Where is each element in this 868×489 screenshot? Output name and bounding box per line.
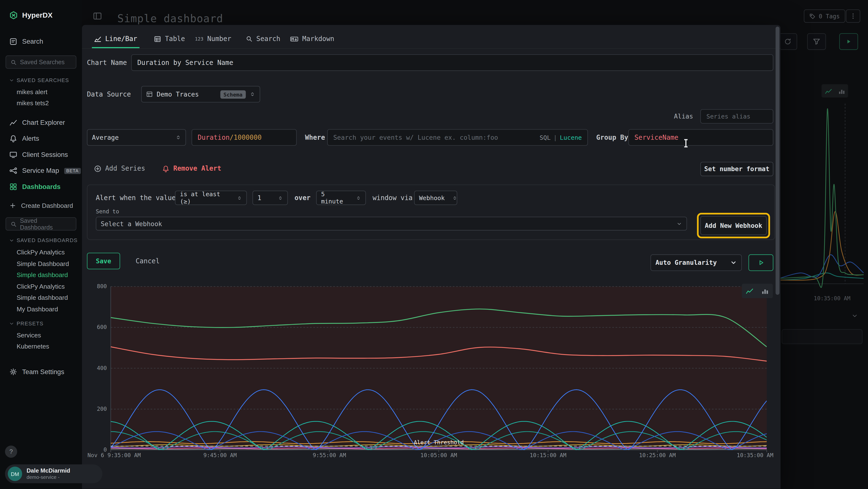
alias-input[interactable]: Series alias xyxy=(700,109,773,123)
sidebar-item-search[interactable]: Search xyxy=(0,34,82,49)
group-by-token: ServiceName xyxy=(634,134,678,141)
add-series-button[interactable]: Add Series xyxy=(94,165,145,172)
brand-logo[interactable]: HyperDX xyxy=(9,11,53,19)
saved-dashboard-item[interactable]: Simple dashboard xyxy=(17,294,68,301)
sql-toggle[interactable]: SQL xyxy=(539,134,551,141)
sidebar-item-alerts[interactable]: Alerts xyxy=(0,131,82,146)
sidebar-item-dashboards[interactable]: Dashboards xyxy=(0,179,82,194)
send-to-label: Send to xyxy=(96,208,119,214)
saved-searches-header[interactable]: SAVED SEARCHES xyxy=(9,77,69,83)
bell-icon xyxy=(9,135,17,142)
cancel-button[interactable]: Cancel xyxy=(136,257,160,265)
saved-dashboard-item[interactable]: My Dashboard xyxy=(17,306,58,313)
data-source-label: Data Source xyxy=(87,90,131,98)
alert-channel-select[interactable]: Webhook xyxy=(414,191,457,205)
play-icon xyxy=(757,259,764,266)
input-placeholder: Series alias xyxy=(707,113,750,120)
saved-searches-input[interactable]: Saved Searches xyxy=(5,56,76,69)
toggle-divider: | xyxy=(551,134,560,141)
sidebar-item-chart-explorer[interactable]: Chart Explorer xyxy=(0,115,82,130)
tab-search[interactable]: Search xyxy=(246,30,280,47)
where-input[interactable]: Search your events w/ Lucene ex. column:… xyxy=(327,129,588,146)
tab-table[interactable]: Table xyxy=(154,30,185,47)
presets-header[interactable]: PRESETS xyxy=(9,320,43,326)
chevron-down-icon xyxy=(9,78,14,82)
sidebar-item-client-sessions[interactable]: Client Sessions xyxy=(0,147,82,162)
create-dashboard-button[interactable]: Create Dashboard xyxy=(0,198,82,213)
select-updown-icon xyxy=(237,195,242,201)
window-via-label: window via xyxy=(373,194,412,202)
lucene-toggle[interactable]: Lucene xyxy=(560,134,582,141)
select-updown-icon xyxy=(453,195,458,201)
remove-alert-button[interactable]: Remove Alert xyxy=(162,165,221,172)
chevron-down-icon xyxy=(9,321,14,325)
saved-dashboard-item-active[interactable]: Simple dashboard xyxy=(17,271,68,278)
user-menu[interactable]: DM Dale McDiarmid demo-service - xyxy=(5,464,102,483)
chart-type-toggle[interactable] xyxy=(742,284,773,298)
sidebar-item-service-map[interactable]: Service Map BETA xyxy=(0,164,82,178)
search-nav-icon xyxy=(9,38,17,46)
number-icon: 123 xyxy=(195,36,203,41)
user-name: Dale McDiarmid xyxy=(27,467,70,474)
preset-item[interactable]: Services xyxy=(17,332,41,339)
tab-line-bar[interactable]: Line/Bar xyxy=(94,30,137,47)
markdown-icon xyxy=(290,35,298,42)
alert-threshold-input[interactable]: 1 xyxy=(252,191,288,205)
aggregation-select[interactable]: Average xyxy=(87,129,186,146)
granularity-select[interactable]: Auto Granularity xyxy=(651,254,742,271)
svg-text:10:25:00 AM: 10:25:00 AM xyxy=(639,452,676,458)
tab-markdown[interactable]: Markdown xyxy=(290,30,334,47)
data-source-value: Demo Traces xyxy=(157,90,199,98)
search-icon xyxy=(10,59,17,65)
select-updown-icon xyxy=(250,91,255,98)
group-by-input[interactable]: ServiceName xyxy=(628,129,774,146)
saved-dashboard-item[interactable]: ClickPy Analytics xyxy=(17,283,65,290)
webhook-select[interactable]: Select a Webhook xyxy=(96,217,687,230)
saved-dashboard-item[interactable]: Simple Dashboard xyxy=(17,260,69,267)
plus-icon xyxy=(9,202,16,209)
where-label: Where xyxy=(305,134,325,141)
save-button[interactable]: Save xyxy=(87,253,120,269)
chevron-down-icon xyxy=(677,221,682,226)
text-cursor xyxy=(685,140,686,147)
aggregation-value: Average xyxy=(92,134,119,141)
add-new-webhook-button[interactable]: Add New Webhook xyxy=(700,216,767,235)
svg-text:800: 800 xyxy=(97,283,107,289)
data-source-select[interactable]: Demo Traces Schema xyxy=(141,86,260,103)
stepper-updown-icon[interactable] xyxy=(278,195,283,201)
svg-text:200: 200 xyxy=(97,406,107,412)
saved-dashboards-header[interactable]: SAVED DASHBOARDS xyxy=(9,237,78,243)
line-chart-icon xyxy=(746,287,753,295)
alert-intro-label: Alert when the value xyxy=(96,194,176,202)
tabs-divider xyxy=(82,48,781,49)
field-token-duration: Duration xyxy=(198,134,230,141)
avatar: DM xyxy=(8,466,22,481)
run-chart-button[interactable] xyxy=(748,254,773,271)
svg-text:10:35:00 AM: 10:35:00 AM xyxy=(737,452,773,458)
user-subtitle: demo-service - xyxy=(27,474,70,481)
sidebar-item-team-settings[interactable]: Team Settings xyxy=(0,365,82,379)
table-icon xyxy=(154,35,161,42)
select-updown-icon xyxy=(176,134,181,141)
line-chart-icon xyxy=(9,118,17,126)
modal-scrollbar[interactable] xyxy=(776,27,779,295)
select-updown-icon xyxy=(356,195,361,201)
search-icon xyxy=(246,35,252,42)
preset-item[interactable]: Kubernetes xyxy=(17,343,49,350)
tab-number[interactable]: 123 Number xyxy=(195,30,231,47)
field-input[interactable]: Duration/1000000 xyxy=(191,129,297,146)
service-map-icon xyxy=(9,167,17,174)
alert-condition-select[interactable]: is at least (≥) xyxy=(175,191,247,205)
alert-window-select[interactable]: 5 minute xyxy=(316,191,366,205)
set-number-format-button[interactable]: Set number format xyxy=(700,162,773,176)
saved-search-item[interactable]: mikes alert xyxy=(17,89,48,95)
svg-text:10:05:00 AM: 10:05:00 AM xyxy=(421,452,457,458)
saved-search-item[interactable]: mikes tets2 xyxy=(17,100,49,107)
chart-name-input[interactable]: Duration by Service Name xyxy=(131,54,773,71)
chart-preview: 0200400600800Nov 6 9:35:00 AM9:45:00 AM9… xyxy=(84,279,774,463)
schema-badge: Schema xyxy=(220,90,246,98)
saved-dashboard-item[interactable]: ClickPy Analytics xyxy=(17,249,65,256)
brand-name: HyperDX xyxy=(22,11,53,19)
help-button[interactable]: ? xyxy=(5,445,18,458)
saved-dashboards-input[interactable]: Saved Dashboards xyxy=(5,217,76,230)
